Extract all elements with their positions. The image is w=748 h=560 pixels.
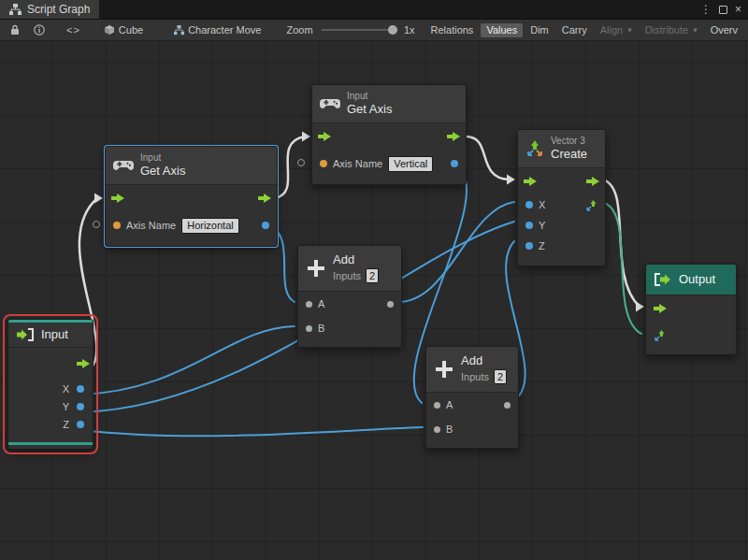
input-a-port[interactable] [434, 402, 440, 409]
more-menu-icon[interactable]: ⋮ [700, 4, 712, 15]
value-out-port[interactable] [262, 222, 269, 229]
cube-button[interactable]: Cube [98, 22, 149, 37]
node-title: Get Axis [140, 164, 185, 179]
node-title: Create [551, 147, 587, 162]
graph-toolbar: <> Cube Character Move Zoom 1x Relations… [0, 19, 748, 41]
plus-icon [434, 359, 454, 380]
y-in-port[interactable] [525, 222, 533, 229]
align-label: Align [600, 25, 623, 36]
distribute-dropdown[interactable]: Distribute ▾ [640, 23, 703, 37]
z-in-port[interactable] [525, 242, 533, 250]
sum-out-port[interactable] [387, 301, 394, 308]
wire-arrowhead [636, 302, 644, 312]
port-label: Z [63, 419, 69, 430]
tab-script-graph[interactable]: Script Graph [0, 0, 99, 19]
port-label: A [318, 298, 324, 309]
flow-in-port[interactable] [654, 304, 667, 313]
flow-out-port[interactable] [258, 194, 271, 203]
chevron-down-icon: ▾ [693, 26, 698, 35]
unconnected-port[interactable] [297, 159, 305, 166]
node-vector3-create[interactable]: Vector 3 Create X Y Z [517, 129, 606, 266]
chevrons-icon[interactable]: <> [66, 24, 80, 36]
inputs-count-field[interactable]: 2 [366, 268, 379, 283]
output-icon [654, 273, 672, 286]
node-header: Output [646, 265, 736, 295]
node-title: Input [41, 327, 68, 342]
value-out-port[interactable] [451, 160, 458, 167]
inputs-label: Inputs [333, 267, 361, 284]
node-output[interactable]: Output [645, 264, 737, 355]
input-b-port[interactable] [306, 325, 312, 332]
node-category: Input [347, 91, 392, 102]
wire-data-input-z-to-add2-b[interactable] [80, 427, 423, 436]
wire-arrowhead [302, 132, 310, 142]
dim-button[interactable]: Dim [525, 23, 554, 37]
flow-in-port[interactable] [318, 132, 331, 141]
unconnected-port[interactable] [93, 221, 100, 228]
info-button[interactable] [28, 22, 50, 37]
inputs-count-field[interactable]: 2 [494, 369, 507, 384]
port-label: B [318, 323, 324, 334]
vector3-icon [525, 139, 544, 158]
carry-button[interactable]: Carry [556, 23, 593, 37]
flow-in-port[interactable] [111, 194, 124, 203]
maximize-icon[interactable] [719, 6, 727, 14]
script-graph-icon [9, 4, 22, 16]
flow-out-port[interactable] [447, 132, 460, 141]
close-icon[interactable]: × [735, 4, 741, 15]
graph-canvas[interactable]: Input Get Axis Axis Name Vertical Input … [0, 41, 748, 560]
flow-out-port[interactable] [586, 177, 599, 186]
view-options-group: Relations Values Dim Carry Align ▾ Distr… [425, 23, 743, 37]
input-icon [16, 328, 35, 341]
axis-name-field[interactable]: Vertical [388, 156, 433, 172]
z-out-port[interactable] [77, 421, 84, 428]
axis-name-port[interactable] [320, 160, 327, 167]
flow-out-port[interactable] [77, 359, 90, 368]
wire-flow-vertical-to-vector3[interactable] [464, 136, 509, 179]
cube-icon [104, 24, 115, 36]
sum-out-port[interactable] [504, 402, 511, 409]
x-in-port[interactable] [525, 201, 533, 208]
node-title: Add [333, 252, 379, 267]
wire-data-vector3-to-output[interactable] [604, 203, 641, 334]
distribute-label: Distribute [645, 25, 688, 36]
graph-name-label: Character Move [188, 25, 261, 36]
relations-button[interactable]: Relations [425, 23, 480, 37]
vector3-in-port[interactable] [654, 329, 666, 341]
node-category: Vector 3 [551, 136, 587, 147]
align-dropdown[interactable]: Align ▾ [595, 23, 638, 37]
node-header: Add Inputs 2 [426, 347, 518, 393]
x-out-port[interactable] [77, 385, 84, 393]
node-add-2[interactable]: Add Inputs 2 A B [425, 346, 519, 449]
character-move-button[interactable]: Character Move [168, 23, 266, 37]
axis-name-field[interactable]: Horizontal [181, 218, 239, 234]
axis-name-port[interactable] [113, 222, 121, 229]
wire-data-add1-to-vector3-x[interactable] [393, 202, 514, 302]
vector3-out-port[interactable] [585, 199, 597, 211]
node-get-axis-vertical[interactable]: Input Get Axis Axis Name Vertical [311, 84, 467, 185]
zoom-slider[interactable] [322, 24, 397, 36]
node-get-axis-horizontal[interactable]: Input Get Axis Axis Name Horizontal [105, 146, 278, 247]
chevron-down-icon: ▾ [627, 26, 632, 35]
overview-button[interactable]: Overv [705, 23, 743, 37]
gamepad-icon [113, 159, 134, 172]
input-a-port[interactable] [306, 301, 312, 308]
node-title: Output [679, 272, 715, 287]
tab-bar: Script Graph ⋮ × [0, 0, 748, 19]
node-header: Input Get Axis [106, 147, 277, 185]
node-title: Get Axis [347, 102, 392, 117]
input-b-port[interactable] [434, 426, 440, 433]
gamepad-icon [320, 97, 340, 110]
y-out-port[interactable] [77, 403, 84, 410]
node-add-1[interactable]: Add Inputs 2 A B [297, 245, 402, 348]
wire-arrowhead [94, 194, 103, 204]
wire-flow-horizontal-to-vertical[interactable] [275, 136, 305, 198]
values-button[interactable]: Values [481, 23, 523, 37]
zoom-slider-track [322, 29, 397, 31]
lock-button[interactable] [5, 22, 25, 37]
port-label: A [446, 399, 453, 410]
flow-in-port[interactable] [524, 177, 537, 186]
zoom-slider-handle[interactable] [388, 25, 397, 35]
window-controls: ⋮ × [700, 0, 748, 19]
node-input[interactable]: Input X Y Z [7, 319, 94, 450]
